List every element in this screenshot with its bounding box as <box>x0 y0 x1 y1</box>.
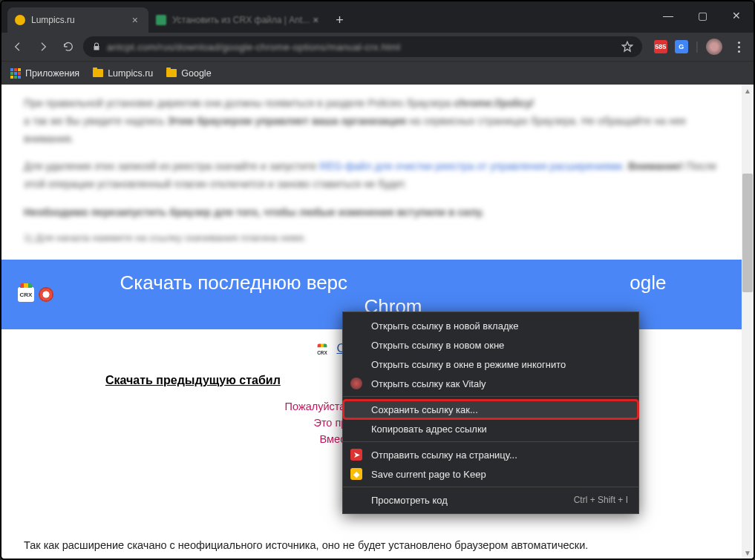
ctx-open-new-tab[interactable]: Открыть ссылку в новой вкладке <box>343 316 638 335</box>
blurred-text: Для удаления этих записей из реестра ска… <box>24 158 719 194</box>
profile-avatar[interactable] <box>706 39 722 55</box>
toolbar: antcpt.com/rus/download/google-chrome-op… <box>1 33 754 61</box>
ctx-inspect[interactable]: Просмотреть кодCtrl + Shift + I <box>343 490 638 510</box>
url-text: antcpt.com/rus/download/google-chrome-op… <box>107 42 400 53</box>
extension-badge[interactable]: 585 <box>654 40 667 53</box>
blurred-text: Необходимо перезапустить браузер для тог… <box>24 204 719 222</box>
footnote-text: Так как расширение скачано с неофициальн… <box>24 539 727 551</box>
forward-button[interactable] <box>33 36 53 57</box>
folder-icon <box>166 69 177 77</box>
ctx-open-incognito[interactable]: Открыть ссылку в окне в режиме инкогнито <box>343 355 638 374</box>
apps-button[interactable]: Приложения <box>10 68 79 79</box>
menu-button[interactable] <box>730 42 748 53</box>
scroll-up-icon[interactable]: ▲ <box>742 85 754 96</box>
tab-title: Установить из CRX файла | Ant... <box>172 15 310 25</box>
back-button[interactable] <box>7 36 28 57</box>
opera-icon <box>39 287 53 302</box>
separator <box>343 487 638 487</box>
tab-strip: Lumpics.ru × Установить из CRX файла | A… <box>7 7 350 33</box>
send-icon: ➤ <box>350 449 362 461</box>
crx-icon: CRX <box>18 287 34 302</box>
window-controls: — ▢ ✕ <box>651 1 754 30</box>
vertical-scrollbar[interactable]: ▲ ▼ <box>742 85 754 559</box>
context-menu: Открыть ссылку в новой вкладке Открыть с… <box>342 312 639 514</box>
scroll-down-icon[interactable]: ▼ <box>742 547 754 559</box>
ctx-open-new-window[interactable]: Открыть ссылку в новом окне <box>343 335 638 355</box>
ctx-save-to-keep[interactable]: ◆Save current page to Keep <box>343 464 638 484</box>
shortcut-label: Ctrl + Shift + I <box>574 495 628 505</box>
minimize-button[interactable]: — <box>651 1 685 30</box>
reload-button[interactable] <box>58 36 79 57</box>
download-previous-link[interactable]: Скачать предыдущую стабил <box>105 374 281 387</box>
address-bar[interactable]: antcpt.com/rus/download/google-chrome-op… <box>83 36 642 57</box>
maximize-button[interactable]: ▢ <box>685 1 719 30</box>
tab-active[interactable]: Lumpics.ru × <box>7 7 148 33</box>
close-icon[interactable]: × <box>129 14 141 26</box>
ctx-open-as-profile[interactable]: Открыть ссылку как Vitaly <box>343 374 638 393</box>
apps-icon <box>10 68 21 79</box>
favicon-icon <box>156 15 166 25</box>
tab-title: Lumpics.ru <box>31 15 75 25</box>
ctx-save-link-as[interactable]: Сохранить ссылку как... <box>343 400 638 419</box>
favicon-icon <box>15 15 25 25</box>
blurred-text: 1) Для начала нажмите на ссылку скачиван… <box>24 232 719 243</box>
crx-icon: CRX <box>316 346 329 358</box>
blurred-text: При правильной установке директив они до… <box>24 95 719 148</box>
close-window-button[interactable]: ✕ <box>719 1 754 30</box>
close-icon[interactable]: × <box>310 14 321 26</box>
bookmarks-bar: Приложения Lumpics.ru Google <box>1 61 754 85</box>
separator <box>343 396 638 397</box>
tab-inactive[interactable]: Установить из CRX файла | Ant... × <box>148 7 329 33</box>
lock-icon <box>92 42 101 51</box>
scroll-thumb[interactable] <box>742 174 753 292</box>
new-tab-button[interactable]: + <box>329 7 350 33</box>
keep-icon: ◆ <box>350 468 362 480</box>
translate-icon[interactable]: G <box>675 40 688 53</box>
folder-icon <box>93 69 103 77</box>
separator <box>343 441 638 442</box>
bookmark-star-icon[interactable] <box>621 41 633 53</box>
avatar-icon <box>350 378 362 389</box>
titlebar: Lumpics.ru × Установить из CRX файла | A… <box>1 1 754 33</box>
bookmark-folder[interactable]: Lumpics.ru <box>93 68 153 79</box>
bookmark-folder[interactable]: Google <box>166 68 211 79</box>
ctx-copy-link-address[interactable]: Копировать адрес ссылки <box>343 419 638 438</box>
extension-icons: 585 G | <box>654 39 748 55</box>
ctx-send-link[interactable]: ➤Отправить ссылку на страницу... <box>343 445 638 464</box>
